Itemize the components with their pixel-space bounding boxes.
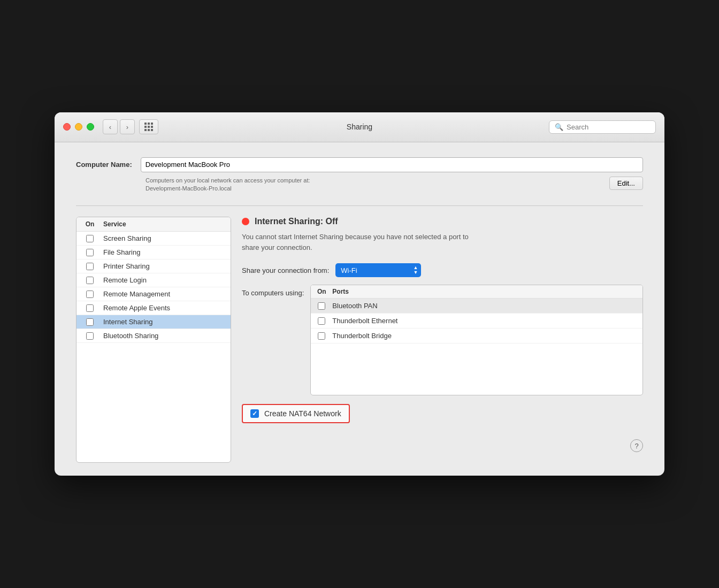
bluetooth-sharing-checkbox[interactable] (86, 332, 94, 340)
main-window: ‹ › Sharing 🔍 Computer Name: (55, 112, 664, 476)
traffic-lights (63, 123, 94, 131)
bluetooth-pan-checkbox[interactable] (318, 302, 325, 310)
forward-button[interactable]: › (120, 119, 135, 134)
remote-management-checkbox[interactable] (86, 291, 94, 298)
service-row-screen-sharing[interactable]: Screen Sharing (77, 232, 231, 246)
search-icon: 🔍 (555, 123, 563, 131)
thunderbolt-bridge-label: Thunderbolt Bridge (332, 332, 642, 340)
dropdown-arrows-icon: ▲ ▼ (413, 265, 418, 275)
content-area: Computer Name: Computers on your local n… (55, 142, 664, 476)
help-button[interactable]: ? (630, 439, 643, 452)
internet-sharing-checkbox-container (77, 318, 103, 326)
port-row-bluetooth-pan[interactable]: Bluetooth PAN (311, 299, 642, 314)
service-row-printer-sharing[interactable]: Printer Sharing (77, 259, 231, 273)
services-list: Screen Sharing File Sharing Printer Shar… (77, 232, 231, 343)
status-title: Internet Sharing: Off (255, 217, 338, 226)
checkmark-icon: ✓ (252, 410, 257, 417)
file-sharing-checkbox[interactable] (86, 249, 94, 256)
service-row-internet-sharing[interactable]: Internet Sharing (77, 315, 231, 329)
remote-login-label: Remote Login (103, 276, 231, 284)
service-row-bluetooth-sharing[interactable]: Bluetooth Sharing (77, 329, 231, 343)
file-sharing-checkbox-container (77, 249, 103, 256)
help-row: ? (242, 439, 643, 452)
back-button[interactable]: ‹ (103, 119, 118, 134)
grid-icon (144, 123, 153, 131)
remote-login-checkbox-container (77, 277, 103, 284)
nav-buttons: ‹ › (103, 119, 158, 134)
services-panel: On Service Screen Sharing File Sh (76, 217, 231, 463)
remote-apple-events-checkbox[interactable] (86, 304, 94, 312)
forward-icon: › (126, 123, 128, 131)
arrow-down-icon: ▼ (413, 270, 418, 275)
service-row-remote-login[interactable]: Remote Login (77, 273, 231, 287)
local-address-text: Computers on your local network can acce… (146, 177, 310, 193)
share-from-label: Share your connection from: (242, 266, 329, 274)
close-button[interactable] (63, 123, 71, 131)
edit-button[interactable]: Edit... (609, 177, 643, 190)
local-address-row: Computers on your local network can acce… (76, 177, 643, 193)
bluetooth-sharing-checkbox-container (77, 332, 103, 340)
service-row-remote-apple-events[interactable]: Remote Apple Events (77, 301, 231, 315)
search-bar[interactable]: 🔍 (549, 120, 656, 134)
nat64-row[interactable]: ✓ Create NAT64 Network (242, 404, 350, 423)
back-icon: ‹ (109, 123, 111, 131)
services-header-service-label: Service (103, 220, 231, 228)
file-sharing-label: File Sharing (103, 248, 231, 256)
main-panel: On Service Screen Sharing File Sh (76, 217, 643, 463)
services-header-on-label: On (77, 220, 103, 228)
minimize-button[interactable] (75, 123, 82, 131)
ports-table: On Ports Bluetooth PAN (310, 285, 643, 395)
share-from-row: Share your connection from: Wi-Fi ▲ ▼ (242, 263, 643, 277)
internet-sharing-label: Internet Sharing (103, 318, 231, 326)
ports-header-on-label: On (311, 288, 332, 295)
status-dot (242, 218, 249, 225)
computer-name-label: Computer Name: (76, 161, 132, 169)
window-title: Sharing (347, 123, 372, 131)
ports-table-body: Bluetooth PAN Thunderbolt Ethernet (311, 299, 642, 395)
titlebar: ‹ › Sharing 🔍 (55, 112, 664, 142)
printer-sharing-checkbox[interactable] (86, 263, 94, 270)
internet-sharing-checkbox[interactable] (86, 318, 94, 326)
printer-sharing-checkbox-container (77, 263, 103, 270)
nat64-checkbox[interactable]: ✓ (250, 409, 259, 418)
bluetooth-pan-label: Bluetooth PAN (332, 302, 642, 310)
bluetooth-pan-checkbox-container (311, 302, 332, 310)
printer-sharing-label: Printer Sharing (103, 262, 231, 270)
ports-header: On Ports (311, 285, 642, 299)
right-panel: Internet Sharing: Off You cannot start I… (242, 217, 643, 452)
to-computers-label: To computers using: (242, 289, 304, 297)
status-row: Internet Sharing: Off (242, 217, 643, 226)
thunderbolt-ethernet-label: Thunderbolt Ethernet (332, 317, 642, 325)
remote-apple-events-label: Remote Apple Events (103, 304, 231, 312)
computer-name-row: Computer Name: (76, 157, 643, 172)
thunderbolt-bridge-checkbox[interactable] (318, 332, 325, 340)
screen-sharing-label: Screen Sharing (103, 234, 231, 242)
service-row-remote-management[interactable]: Remote Management (77, 287, 231, 301)
maximize-button[interactable] (87, 123, 94, 131)
grid-view-button[interactable] (139, 119, 158, 134)
thunderbolt-bridge-checkbox-container (311, 332, 332, 340)
remote-apple-events-checkbox-container (77, 304, 103, 312)
wifi-value: Wi-Fi (341, 266, 357, 274)
screen-sharing-checkbox[interactable] (86, 235, 94, 242)
remote-management-label: Remote Management (103, 290, 231, 298)
nat64-label: Create NAT64 Network (264, 409, 341, 418)
remote-management-checkbox-container (77, 291, 103, 298)
status-description: You cannot start Internet Sharing becaus… (242, 232, 643, 253)
service-row-file-sharing[interactable]: File Sharing (77, 246, 231, 259)
thunderbolt-ethernet-checkbox-container (311, 317, 332, 325)
port-row-thunderbolt-ethernet[interactable]: Thunderbolt Ethernet (311, 314, 642, 329)
bluetooth-sharing-label: Bluetooth Sharing (103, 332, 231, 340)
divider (76, 205, 643, 206)
ports-header-ports-label: Ports (332, 288, 642, 295)
computer-name-input[interactable] (141, 157, 643, 172)
thunderbolt-ethernet-checkbox[interactable] (318, 317, 325, 325)
services-header: On Service (77, 217, 231, 232)
port-row-thunderbolt-bridge[interactable]: Thunderbolt Bridge (311, 329, 642, 343)
remote-login-checkbox[interactable] (86, 277, 94, 284)
screen-sharing-checkbox-container (77, 235, 103, 242)
search-input[interactable] (567, 123, 650, 131)
to-computers-row: To computers using: On Ports Bluetooth (242, 285, 643, 395)
wifi-dropdown[interactable]: Wi-Fi ▲ ▼ (335, 263, 421, 277)
